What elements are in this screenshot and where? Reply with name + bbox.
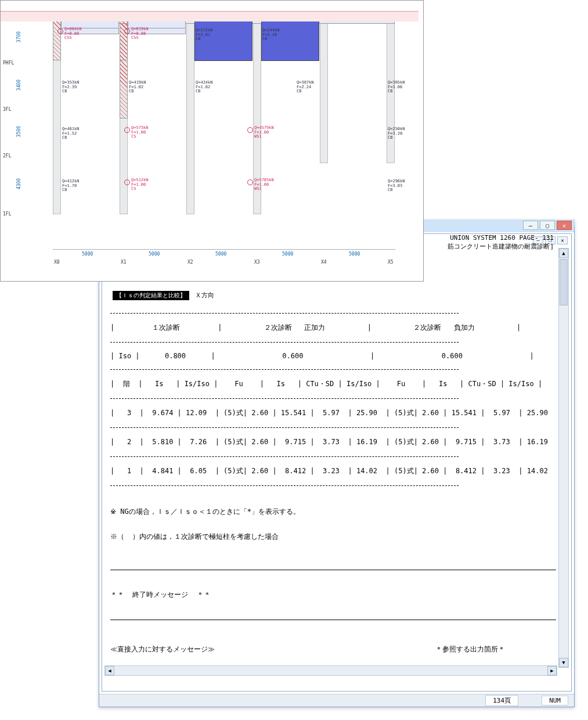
member-label: Q=272kN F=2.61 CB <box>196 28 213 42</box>
member-label: Q=424kN F=1.02 CB <box>196 81 213 94</box>
floor-label: 2FL <box>3 153 11 159</box>
mdi-close-button[interactable]: ✕ <box>557 236 568 244</box>
report-header-line: 筋コンクリート造建築物の耐震診断] <box>448 242 554 251</box>
member-label: Q=573kN F=1.00 CS <box>131 126 149 139</box>
baseline-strip <box>1 11 419 21</box>
window-title-buttons: — ▢ ✕ <box>523 221 572 230</box>
grid-label: X3 <box>254 260 260 265</box>
span-dim: 5000 <box>349 251 360 257</box>
badge-suffix: Ｘ方向 <box>195 291 214 300</box>
document-frame: — ❐ ✕ UNION SYSTEM 1260 PAGE- 131 筋コンクリー… <box>102 233 572 692</box>
story-dim: 3700 <box>16 31 21 42</box>
message-row: ≪直接入力に対するメッセージ≫＊参照する出力箇所＊ <box>110 645 505 654</box>
grid-label: X4 <box>321 260 327 265</box>
story-dim: 4300 <box>16 178 21 189</box>
report-section-badge: 【Ｉｓの判定結果と比較】 <box>113 291 189 300</box>
member-label: Q=387kN F=2.24 CB <box>297 81 314 94</box>
node-circle-icon <box>247 127 253 133</box>
status-page: 134頁 <box>485 695 518 706</box>
span-dim: 5000 <box>149 251 160 257</box>
grid-label: X1 <box>121 260 127 265</box>
span-dim: 5000 <box>215 251 226 257</box>
report-window: — ▢ ✕ — ❐ ✕ UNION SYSTEM 1260 PAGE- 131 … <box>99 219 575 707</box>
floor-label: 1FL <box>3 211 11 217</box>
elevation-drawing: PHRL PHFL 3FL 2FL 1FL 3700 3400 3500 430… <box>0 0 424 282</box>
axis-line <box>53 249 395 250</box>
column-header-row: | 階 | Is | Is/Iso | Fu | Is | CTu・SD | I… <box>110 379 556 389</box>
data-row: | 3 | 9.674 | 12.09 | (5)式| 2.60 | 15.54… <box>110 408 556 418</box>
member-label: Q=244kN F=3.20 CB <box>262 28 280 42</box>
member-label: Q=353kN F=2.39 CB <box>62 81 80 94</box>
scroll-up-icon[interactable]: ▲ <box>559 249 568 258</box>
hatched-column <box>120 11 128 118</box>
column <box>186 11 194 214</box>
floor-label: PHFL <box>3 60 14 66</box>
grid-label: X2 <box>187 260 193 265</box>
member-label: Q=296kN F=3.03 CB <box>388 179 405 193</box>
member-label: Q=512kN F=1.00 CS <box>131 178 149 192</box>
table-head-row: | １次診断 | ２次診断 正加力 | ２次診断 負加力 | <box>110 323 556 333</box>
scroll-down-icon[interactable]: ▼ <box>559 658 568 667</box>
column <box>320 11 328 163</box>
span-dim: 5000 <box>82 251 93 257</box>
data-row: | 2 | 5.810 | 7.26 | (5)式| 2.60 | 9.715 … <box>110 437 556 447</box>
member-label: Q=419kN F=1.02 CB <box>129 81 146 94</box>
horizontal-scrollbar[interactable]: ◀ ▶ <box>104 665 557 676</box>
grid-label: X0 <box>54 260 60 265</box>
status-bar: 134頁 NUM <box>99 694 574 707</box>
member-label: Q=5785kN F=1.00 WS1 <box>254 178 274 192</box>
report-header-line: UNION SYSTEM 1260 PAGE- 131 <box>450 234 554 242</box>
maximize-button[interactable]: ▢ <box>540 221 555 230</box>
member-label: Q=4579kN F=1.00 WS1 <box>254 126 274 139</box>
note-line: ※ NGの場合，Ｉｓ／Ｉｓｏ＜１のときに「*」を表示する。 <box>110 507 556 517</box>
node-circle-icon <box>124 127 130 133</box>
span-dim: 5000 <box>282 251 293 257</box>
scroll-left-icon[interactable]: ◀ <box>105 666 114 675</box>
member-label: Q=461kN F=1.52 CB <box>62 127 80 141</box>
note-line: ※（ ）内の値は，１次診断で極短柱を考慮した場合 <box>110 532 556 542</box>
grid-label: X5 <box>388 260 394 265</box>
member-label: Q=619kN F=0.80 CSS <box>131 27 149 41</box>
member-label: Q=804kN F=0.80 CSS <box>64 27 82 41</box>
story-dim: 3500 <box>16 126 21 137</box>
iso-row: | Iso | 0.800 | 0.600 | 0.600 | <box>110 352 556 360</box>
scroll-thumb[interactable] <box>560 259 568 305</box>
scroll-right-icon[interactable]: ▶ <box>547 666 557 675</box>
close-button[interactable]: ✕ <box>557 221 572 230</box>
data-row: | 1 | 4.841 | 6.05 | (5)式| 2.60 | 8.412 … <box>110 466 556 476</box>
node-circle-icon <box>247 179 253 185</box>
drawing-inner: PHRL PHFL 3FL 2FL 1FL 3700 3400 3500 430… <box>24 11 413 232</box>
minimize-button[interactable]: — <box>523 221 538 230</box>
vertical-scrollbar[interactable]: ▲ ▼ <box>558 248 569 668</box>
member-label: Q=305kN F=3.06 CB <box>388 81 405 94</box>
section-title: ＊＊ 終了時メッセージ ＊＊ <box>110 590 556 600</box>
node-circle-icon <box>57 28 63 34</box>
story-dim: 3400 <box>16 80 21 91</box>
report-body: | １次診断 | ２次診断 正加力 | ２次診断 負加力 | | Iso | 0… <box>110 304 556 681</box>
node-circle-icon <box>124 179 130 185</box>
node-circle-icon <box>124 28 130 34</box>
status-num: NUM <box>542 696 568 705</box>
member-label: Q=412kN F=1.70 CB <box>62 179 80 193</box>
floor-label: 3FL <box>3 107 11 112</box>
member-label: Q=250kN F=3.20 CB <box>388 127 405 141</box>
